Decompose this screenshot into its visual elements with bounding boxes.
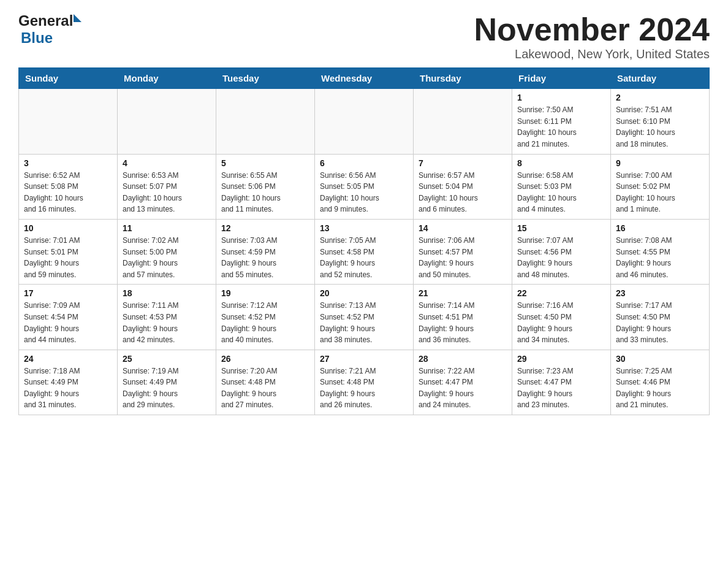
page-title: November 2024 (474, 12, 710, 47)
day-info: Sunrise: 7:02 AM Sunset: 5:00 PM Dayligh… (123, 235, 211, 280)
day-info: Sunrise: 7:19 AM Sunset: 4:49 PM Dayligh… (123, 366, 211, 411)
calendar-week-row: 10Sunrise: 7:01 AM Sunset: 5:01 PM Dayli… (19, 219, 710, 284)
day-info: Sunrise: 7:23 AM Sunset: 4:47 PM Dayligh… (517, 366, 605, 411)
table-row: 11Sunrise: 7:02 AM Sunset: 5:00 PM Dayli… (118, 219, 216, 284)
day-info: Sunrise: 7:17 AM Sunset: 4:50 PM Dayligh… (616, 300, 704, 345)
header-thursday: Thursday (414, 68, 512, 89)
day-number: 8 (517, 158, 605, 168)
table-row: 19Sunrise: 7:12 AM Sunset: 4:52 PM Dayli… (216, 285, 315, 350)
table-row: 15Sunrise: 7:07 AM Sunset: 4:56 PM Dayli… (512, 219, 611, 284)
day-info: Sunrise: 7:05 AM Sunset: 4:58 PM Dayligh… (320, 235, 408, 280)
table-row: 14Sunrise: 7:06 AM Sunset: 4:57 PM Dayli… (414, 219, 512, 284)
day-number: 6 (320, 158, 408, 168)
day-info: Sunrise: 7:22 AM Sunset: 4:47 PM Dayligh… (419, 366, 507, 411)
day-info: Sunrise: 7:16 AM Sunset: 4:50 PM Dayligh… (517, 300, 605, 345)
day-number: 12 (221, 223, 309, 233)
table-row: 23Sunrise: 7:17 AM Sunset: 4:50 PM Dayli… (611, 285, 710, 350)
header-tuesday: Tuesday (216, 68, 315, 89)
day-info: Sunrise: 6:52 AM Sunset: 5:08 PM Dayligh… (24, 170, 112, 215)
table-row: 1Sunrise: 7:50 AM Sunset: 6:11 PM Daylig… (512, 89, 611, 154)
day-info: Sunrise: 6:53 AM Sunset: 5:07 PM Dayligh… (123, 170, 211, 215)
table-row: 25Sunrise: 7:19 AM Sunset: 4:49 PM Dayli… (118, 350, 216, 415)
day-info: Sunrise: 6:55 AM Sunset: 5:06 PM Dayligh… (221, 170, 309, 215)
day-info: Sunrise: 7:08 AM Sunset: 4:55 PM Dayligh… (616, 235, 704, 280)
day-number: 11 (123, 223, 211, 233)
day-info: Sunrise: 7:06 AM Sunset: 4:57 PM Dayligh… (419, 235, 507, 280)
day-number: 29 (517, 354, 605, 364)
day-number: 26 (221, 354, 309, 364)
table-row: 26Sunrise: 7:20 AM Sunset: 4:48 PM Dayli… (216, 350, 315, 415)
logo: General Blue (18, 12, 82, 47)
table-row: 4Sunrise: 6:53 AM Sunset: 5:07 PM Daylig… (118, 154, 216, 219)
title-block: November 2024 Lakewood, New York, United… (474, 12, 710, 61)
day-info: Sunrise: 7:25 AM Sunset: 4:46 PM Dayligh… (616, 366, 704, 411)
calendar-week-row: 24Sunrise: 7:18 AM Sunset: 4:49 PM Dayli… (19, 350, 710, 415)
day-info: Sunrise: 7:12 AM Sunset: 4:52 PM Dayligh… (221, 300, 309, 345)
day-info: Sunrise: 7:03 AM Sunset: 4:59 PM Dayligh… (221, 235, 309, 280)
day-info: Sunrise: 6:56 AM Sunset: 5:05 PM Dayligh… (320, 170, 408, 215)
day-number: 3 (24, 158, 112, 168)
logo-blue-text: Blue (21, 29, 53, 46)
table-row: 28Sunrise: 7:22 AM Sunset: 4:47 PM Dayli… (414, 350, 512, 415)
table-row (118, 89, 216, 154)
table-row: 9Sunrise: 7:00 AM Sunset: 5:02 PM Daylig… (611, 154, 710, 219)
day-number: 5 (221, 158, 309, 168)
day-info: Sunrise: 7:01 AM Sunset: 5:01 PM Dayligh… (24, 235, 112, 280)
table-row: 24Sunrise: 7:18 AM Sunset: 4:49 PM Dayli… (19, 350, 118, 415)
calendar-week-row: 3Sunrise: 6:52 AM Sunset: 5:08 PM Daylig… (19, 154, 710, 219)
day-number: 21 (419, 288, 507, 298)
table-row (315, 89, 414, 154)
day-number: 17 (24, 288, 112, 298)
day-number: 25 (123, 354, 211, 364)
day-info: Sunrise: 7:07 AM Sunset: 4:56 PM Dayligh… (517, 235, 605, 280)
table-row: 17Sunrise: 7:09 AM Sunset: 4:54 PM Dayli… (19, 285, 118, 350)
day-info: Sunrise: 6:57 AM Sunset: 5:04 PM Dayligh… (419, 170, 507, 215)
day-info: Sunrise: 7:20 AM Sunset: 4:48 PM Dayligh… (221, 366, 309, 411)
header-wednesday: Wednesday (315, 68, 414, 89)
day-number: 16 (616, 223, 704, 233)
logo-arrow-icon (74, 14, 82, 22)
table-row: 12Sunrise: 7:03 AM Sunset: 4:59 PM Dayli… (216, 219, 315, 284)
table-row: 16Sunrise: 7:08 AM Sunset: 4:55 PM Dayli… (611, 219, 710, 284)
day-info: Sunrise: 6:58 AM Sunset: 5:03 PM Dayligh… (517, 170, 605, 215)
header-monday: Monday (118, 68, 216, 89)
day-number: 1 (517, 93, 605, 102)
table-row: 21Sunrise: 7:14 AM Sunset: 4:51 PM Dayli… (414, 285, 512, 350)
page-subtitle: Lakewood, New York, United States (474, 47, 710, 61)
day-info: Sunrise: 7:00 AM Sunset: 5:02 PM Dayligh… (616, 170, 704, 215)
table-row: 30Sunrise: 7:25 AM Sunset: 4:46 PM Dayli… (611, 350, 710, 415)
table-row (19, 89, 118, 154)
day-number: 4 (123, 158, 211, 168)
day-number: 18 (123, 288, 211, 298)
table-row: 3Sunrise: 6:52 AM Sunset: 5:08 PM Daylig… (19, 154, 118, 219)
day-info: Sunrise: 7:21 AM Sunset: 4:48 PM Dayligh… (320, 366, 408, 411)
day-info: Sunrise: 7:14 AM Sunset: 4:51 PM Dayligh… (419, 300, 507, 345)
page-header: General Blue November 2024 Lakewood, New… (18, 12, 710, 61)
table-row: 13Sunrise: 7:05 AM Sunset: 4:58 PM Dayli… (315, 219, 414, 284)
table-row (216, 89, 315, 154)
table-row: 22Sunrise: 7:16 AM Sunset: 4:50 PM Dayli… (512, 285, 611, 350)
day-number: 22 (517, 288, 605, 298)
day-number: 27 (320, 354, 408, 364)
day-number: 15 (517, 223, 605, 233)
day-info: Sunrise: 7:18 AM Sunset: 4:49 PM Dayligh… (24, 366, 112, 411)
logo-general-text: General (18, 12, 73, 29)
calendar-header-row: Sunday Monday Tuesday Wednesday Thursday… (19, 68, 710, 89)
header-friday: Friday (512, 68, 611, 89)
table-row: 27Sunrise: 7:21 AM Sunset: 4:48 PM Dayli… (315, 350, 414, 415)
day-number: 28 (419, 354, 507, 364)
day-info: Sunrise: 7:09 AM Sunset: 4:54 PM Dayligh… (24, 300, 112, 345)
header-sunday: Sunday (19, 68, 118, 89)
day-number: 13 (320, 223, 408, 233)
table-row: 5Sunrise: 6:55 AM Sunset: 5:06 PM Daylig… (216, 154, 315, 219)
day-number: 9 (616, 158, 704, 168)
calendar-week-row: 1Sunrise: 7:50 AM Sunset: 6:11 PM Daylig… (19, 89, 710, 154)
day-number: 19 (221, 288, 309, 298)
day-info: Sunrise: 7:13 AM Sunset: 4:52 PM Dayligh… (320, 300, 408, 345)
day-number: 20 (320, 288, 408, 298)
day-number: 7 (419, 158, 507, 168)
header-saturday: Saturday (611, 68, 710, 89)
day-number: 14 (419, 223, 507, 233)
table-row: 6Sunrise: 6:56 AM Sunset: 5:05 PM Daylig… (315, 154, 414, 219)
table-row: 20Sunrise: 7:13 AM Sunset: 4:52 PM Dayli… (315, 285, 414, 350)
